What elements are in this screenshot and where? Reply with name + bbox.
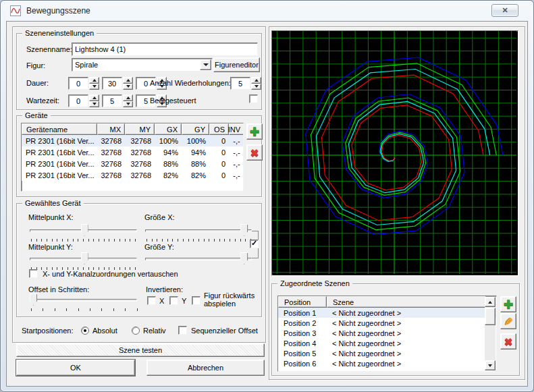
slider-thumb[interactable]: [240, 252, 248, 264]
swap-xy-label: X- und Y-Kanalzuordnungen vertauschen: [43, 270, 178, 278]
device-row[interactable]: PR 2301 (16bit Ver...327683276888%88%0-,…: [22, 158, 243, 169]
slider-thumb[interactable]: [81, 252, 88, 264]
figure-select[interactable]: Spirale: [72, 58, 213, 72]
scene-settings-group: Szeneneinstellungen Szenenname: Lightsho…: [16, 33, 262, 110]
column-header[interactable]: GX: [155, 123, 182, 135]
column-header[interactable]: INV: [229, 123, 244, 135]
spin-down-button[interactable]: [89, 101, 99, 108]
assigned-scenes-group: Zugeordnete Szenen PositionSzene Positio…: [271, 283, 520, 376]
scene-row[interactable]: Position 4< Nicht zugeordnet >: [278, 338, 496, 348]
size-y-slider[interactable]: [145, 252, 252, 266]
invert-y-checkbox[interactable]: [169, 296, 178, 305]
device-row[interactable]: PR 2301 (16bit Ver...327683276882%82%0-,…: [22, 169, 243, 181]
slider-thumb[interactable]: [240, 224, 248, 236]
invert-x-checkbox[interactable]: [147, 296, 156, 305]
position-cell: Position 7: [278, 370, 327, 372]
spin-up-button[interactable]: [251, 77, 261, 84]
spin-down-button[interactable]: [251, 84, 261, 90]
reverse-checkbox[interactable]: [192, 296, 201, 305]
device-cell-name: PR 2301 (16bit Ver...: [22, 171, 97, 179]
wait-label: Wartezeit:: [26, 96, 59, 105]
add-scene-button[interactable]: ✚: [500, 296, 516, 312]
delete-scene-button[interactable]: ✖: [500, 333, 516, 349]
titlebar[interactable]: Bewegungsszene ✕: [1, 1, 533, 21]
spin-down-button[interactable]: [123, 101, 133, 108]
scene-name-input[interactable]: Lightshow 4 (1): [72, 43, 258, 56]
scroll-up-button[interactable]: [485, 297, 496, 307]
beat-checkbox[interactable]: [249, 94, 258, 103]
edit-scene-button[interactable]: ✎: [500, 313, 516, 329]
figure-editor-button[interactable]: Figureneditor: [213, 57, 260, 72]
column-header[interactable]: Gerätename: [22, 123, 97, 135]
delete-device-button[interactable]: ✖: [246, 144, 263, 161]
test-scene-button[interactable]: Szene testen: [16, 343, 265, 357]
spin-up-button[interactable]: [89, 94, 99, 101]
column-header[interactable]: OS: [209, 123, 229, 135]
spinner-value[interactable]: 5: [230, 77, 250, 90]
slider-thumb[interactable]: [30, 293, 37, 306]
absolut-radio[interactable]: [81, 327, 89, 335]
spinner-value[interactable]: 5: [102, 94, 122, 107]
ok-button[interactable]: OK: [16, 360, 135, 376]
spin-up-button[interactable]: [123, 77, 133, 84]
device-cell-mx: 32768: [97, 160, 125, 168]
link-xy-checkbox[interactable]: [250, 240, 259, 248]
sequential-offset-checkbox[interactable]: [178, 326, 187, 335]
device-cell-my: 32768: [125, 160, 155, 168]
cancel-button[interactable]: Abbrechen: [146, 360, 265, 376]
arrow-down-icon: [488, 364, 492, 367]
offset-slider[interactable]: [30, 293, 137, 307]
slider-thumb[interactable]: [81, 224, 88, 236]
chevron-down-icon[interactable]: [200, 59, 211, 70]
device-cell-name: PR 2301 (16bit Ver...: [22, 160, 97, 168]
column-header[interactable]: Position: [278, 296, 327, 308]
figure-preview-canvas: [271, 30, 518, 276]
window: Bewegungsszene ✕ Szeneneinstellungen Sze…: [0, 0, 534, 392]
scene-row[interactable]: Position 2< Nicht zugeordnet >: [278, 318, 496, 328]
spin-up-button[interactable]: [123, 94, 133, 101]
scene-row[interactable]: Position 3< Nicht zugeordnet >: [278, 328, 496, 338]
absolut-label: Absolut: [92, 327, 117, 335]
close-icon: ✕: [502, 7, 508, 14]
scroll-thumb[interactable]: [485, 308, 496, 325]
size-x-slider[interactable]: [145, 224, 252, 237]
spinner: 0: [68, 77, 99, 90]
swap-xy-checkbox[interactable]: [29, 269, 38, 278]
spinner: 0: [68, 94, 99, 107]
scrollbar[interactable]: [485, 297, 496, 370]
start-positions-label: Startpositionen:: [22, 327, 73, 335]
spin-down-button[interactable]: [123, 84, 133, 90]
close-button[interactable]: ✕: [491, 4, 518, 17]
column-header[interactable]: GY: [182, 123, 209, 135]
assigned-scenes-table[interactable]: PositionSzene Position 1< Nicht zugeordn…: [277, 296, 497, 372]
spinner-value[interactable]: 0: [68, 77, 88, 90]
center-y-slider[interactable]: [30, 252, 137, 266]
device-cell-inv: -,-: [229, 171, 244, 179]
device-row[interactable]: PR 2301 (16bit Ver...3276832768100%100%0…: [22, 135, 243, 146]
scene-row[interactable]: Position 5< Nicht zugeordnet >: [278, 348, 496, 358]
position-cell: Position 5: [278, 349, 327, 358]
column-header[interactable]: MX: [97, 123, 125, 135]
device-cell-gx: 100%: [155, 137, 182, 145]
center-x-slider[interactable]: [30, 224, 137, 237]
arrow-up-icon: [488, 301, 492, 304]
relativ-radio[interactable]: [132, 327, 140, 335]
column-header[interactable]: Szene: [327, 296, 486, 308]
spin-up-button[interactable]: [89, 77, 99, 84]
scene-row[interactable]: Position 6< Nicht zugeordnet >: [278, 358, 496, 368]
spin-down-button[interactable]: [89, 84, 99, 90]
column-header[interactable]: MY: [125, 123, 155, 135]
scene-row[interactable]: Position 1< Nicht zugeordnet >: [278, 308, 496, 318]
spinner-value[interactable]: 0: [68, 94, 88, 107]
position-cell: Position 1: [278, 309, 327, 317]
spinner-value[interactable]: 30: [102, 77, 122, 90]
scroll-down-button[interactable]: [485, 360, 496, 370]
scene-row[interactable]: Position 7< Nicht zugeordnet >: [278, 368, 496, 372]
scene-settings-legend: Szeneneinstellungen: [22, 28, 97, 38]
device-row[interactable]: PR 2301 (16bit Ver...327683276894%94%0-,…: [22, 146, 243, 158]
devices-table[interactable]: GerätenameMXMYGXGYOSINVPR 2301 (16bit Ve…: [21, 123, 244, 192]
figure-value: Spirale: [72, 61, 199, 69]
device-cell-gy: 82%: [182, 171, 209, 179]
add-device-button[interactable]: ✚: [246, 123, 263, 140]
devices-group: Geräte GerätenameMXMYGXGYOSINVPR 2301 (1…: [16, 115, 262, 197]
